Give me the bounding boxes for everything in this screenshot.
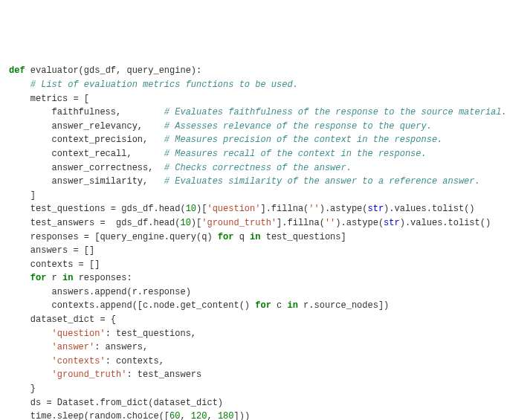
code-token: for: [30, 273, 47, 283]
code-token: [9, 369, 52, 380]
code-token: ).values.tolist(): [384, 204, 474, 214]
code-token: for: [218, 232, 234, 242]
code-token: 'answer': [52, 342, 95, 352]
code-token: answer_similarity,: [9, 176, 164, 187]
code-token: [9, 329, 52, 339]
code-token: time.sleep(random.choice([: [9, 411, 169, 420]
code-token: ).astype(: [320, 204, 368, 214]
code-token: : test_answers: [126, 369, 201, 380]
code-token: metrics = [: [9, 94, 89, 104]
code-line: answer_correctness, # Checks correctness…: [9, 161, 498, 175]
code-token: test_questions = gds_df.head(: [9, 204, 186, 214]
code-token: '': [325, 218, 335, 228]
code-token: str: [368, 204, 384, 214]
code-token: context_recall,: [9, 149, 164, 159]
code-token: # Evaluates faithfulness of the response…: [164, 107, 507, 117]
code-line: answer_relevancy, # Assesses relevance o…: [9, 120, 498, 134]
code-line: 'contexts': contexts,: [9, 355, 498, 369]
code-token: 180: [218, 411, 234, 420]
code-token: : test_questions,: [106, 329, 196, 339]
code-token: test_questions]: [260, 232, 346, 242]
code-token: c: [271, 300, 288, 311]
code-token: ).values.tolist(): [400, 218, 491, 228]
code-line: test_answers = gds_df.head(10)['ground_t…: [9, 216, 498, 230]
code-line: ]: [9, 189, 498, 203]
code-line: ds = Dataset.from_dict(dataset_dict): [9, 396, 498, 410]
code-token: ])): [233, 411, 250, 420]
code-line: contexts.append([c.node.get_content() fo…: [9, 299, 498, 313]
code-line: metrics = [: [9, 92, 498, 106]
code-token: q: [233, 232, 250, 242]
code-token: # Assesses relevance of the response to …: [164, 121, 432, 132]
code-token: '': [309, 204, 319, 214]
code-token: 120: [191, 411, 207, 420]
code-token: [9, 356, 52, 366]
code-token: ds = Dataset.from_dict(dataset_dict): [9, 398, 223, 408]
code-token: # Evaluates similarity of the answer to …: [164, 176, 480, 187]
code-token: # List of evaluation metrics functions t…: [30, 80, 298, 90]
code-token: for: [255, 300, 271, 311]
code-token: # Measures precision of the context in t…: [164, 135, 442, 145]
code-line: faithfulness, # Evaluates faithfulness o…: [9, 106, 498, 120]
code-token: 10: [186, 204, 196, 214]
code-token: 10: [180, 218, 190, 228]
code-line: contexts = []: [9, 258, 498, 272]
code-token: contexts.append([c.node.get_content(): [9, 300, 255, 311]
code-token: 'ground_truth': [52, 369, 127, 380]
code-token: )[: [196, 204, 207, 214]
code-token: 60: [169, 411, 180, 420]
code-line: answer_similarity, # Evaluates similarit…: [9, 175, 498, 189]
code-line: }: [9, 382, 498, 396]
code-token: # Checks correctness of the answer.: [164, 163, 352, 173]
code-token: in: [250, 232, 260, 242]
code-line: responses = [query_engine.query(q) for q…: [9, 230, 498, 245]
code-line: context_recall, # Measures recall of the…: [9, 147, 498, 161]
code-token: test_answers = gds_df.head(: [9, 218, 180, 228]
code-block: def evaluator(gds_df, query_engine): # L…: [9, 64, 498, 420]
code-token: responses = [query_engine.query(q): [9, 232, 218, 242]
code-token: context_precision,: [9, 135, 164, 145]
code-token: dataset_dict = {: [9, 314, 116, 325]
code-line: dataset_dict = {: [9, 313, 498, 327]
code-token: : answers,: [94, 342, 148, 352]
code-line: for r in responses:: [9, 271, 498, 285]
code-token: def: [9, 65, 25, 76]
code-token: answers = []: [9, 245, 94, 256]
code-token: 'question': [207, 204, 260, 214]
code-token: )[: [191, 218, 201, 228]
code-token: }: [9, 384, 36, 394]
code-token: in: [62, 273, 73, 283]
code-token: [9, 342, 52, 352]
code-token: answers.append(r.response): [9, 287, 191, 297]
code-token: 'ground_truth': [201, 218, 277, 228]
code-token: str: [384, 218, 400, 228]
code-token: r: [46, 273, 62, 283]
code-token: evaluator(gds_df, query_engine):: [25, 65, 202, 76]
code-line: 'question': test_questions,: [9, 327, 498, 341]
code-token: 'contexts': [52, 356, 106, 366]
code-line: # List of evaluation metrics functions t…: [9, 78, 498, 92]
code-token: 'question': [52, 329, 106, 339]
code-token: answer_correctness,: [9, 163, 164, 173]
code-line: answers = []: [9, 244, 498, 258]
code-token: : contexts,: [106, 356, 164, 366]
code-token: ].fillna(: [260, 204, 309, 214]
code-token: answer_relevancy,: [9, 121, 164, 132]
code-token: [9, 273, 30, 283]
code-line: def evaluator(gds_df, query_engine):: [9, 64, 498, 78]
code-line: answers.append(r.response): [9, 285, 498, 300]
code-token: ,: [207, 411, 217, 420]
code-token: ,: [180, 411, 190, 420]
code-token: responses:: [73, 273, 132, 283]
code-line: 'ground_truth': test_answers: [9, 368, 498, 382]
code-token: faithfulness,: [9, 107, 164, 117]
code-line: test_questions = gds_df.head(10)['questi…: [9, 202, 498, 216]
code-token: r.source_nodes]): [298, 300, 389, 311]
code-token: ]: [9, 190, 36, 201]
code-line: time.sleep(random.choice([60, 120, 180])…: [9, 410, 498, 420]
code-token: ).astype(: [335, 218, 384, 228]
code-token: in: [287, 300, 297, 311]
code-token: contexts = []: [9, 259, 100, 270]
code-token: [9, 80, 30, 90]
code-token: ].fillna(: [277, 218, 325, 228]
